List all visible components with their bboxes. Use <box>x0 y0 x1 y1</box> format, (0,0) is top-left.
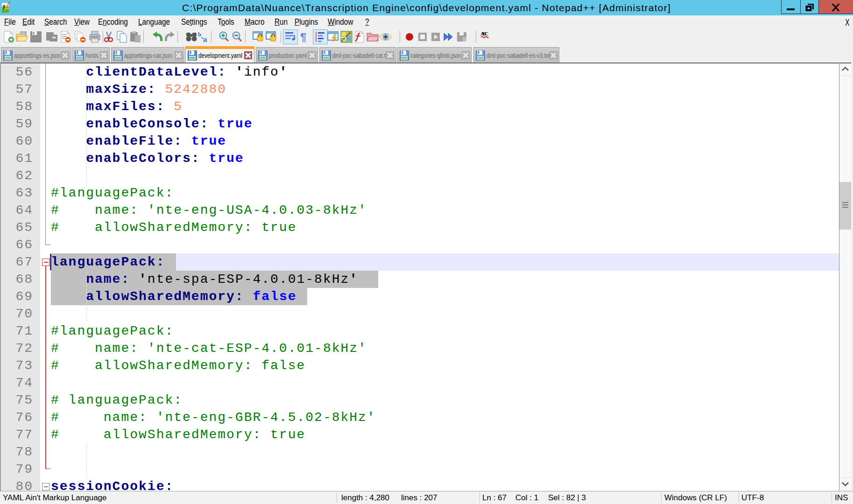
svg-text:ABC: ABC <box>480 31 488 36</box>
svg-text:¶: ¶ <box>300 31 306 43</box>
svg-text:b: b <box>198 31 201 38</box>
